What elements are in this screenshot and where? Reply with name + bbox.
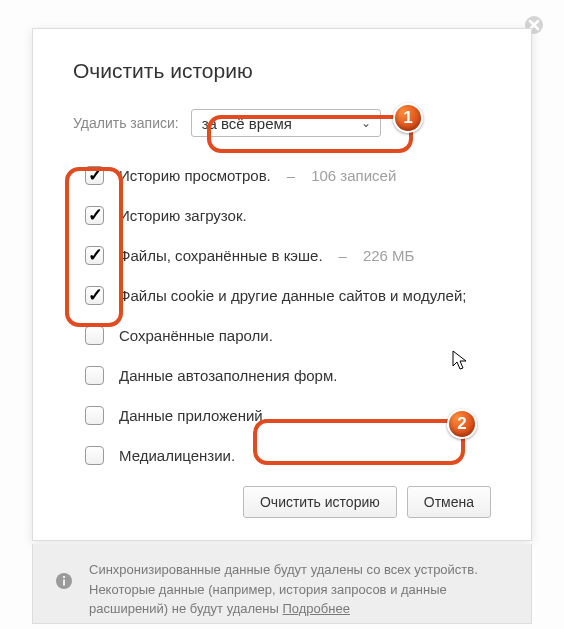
option-row[interactable]: Файлы cookie и другие данные сайтов и мо…	[81, 283, 491, 308]
option-checkbox[interactable]	[85, 406, 104, 425]
option-checkbox[interactable]	[85, 246, 104, 265]
dash: –	[339, 247, 347, 264]
dialog-title: Очистить историю	[73, 59, 491, 83]
option-checkbox[interactable]	[85, 326, 104, 345]
cancel-button[interactable]: Отмена	[407, 486, 491, 518]
option-row[interactable]: Файлы, сохранённые в кэше. – 226 МБ	[81, 243, 491, 268]
option-checkbox[interactable]	[85, 366, 104, 385]
option-sublabel: 106 записей	[311, 167, 396, 184]
footer-text-b: Некоторые данные (например, история запр…	[89, 582, 447, 617]
option-row[interactable]: Медиалицензии.	[81, 443, 491, 468]
option-sublabel: 226 МБ	[363, 247, 415, 264]
annotation-badge-1: 1	[393, 103, 423, 133]
option-label: Медиалицензии.	[119, 447, 235, 464]
clear-history-dialog: Очистить историю Удалить записи: за всё …	[32, 28, 532, 541]
option-row[interactable]: Историю просмотров. – 106 записей	[81, 163, 491, 188]
option-label: Файлы, сохранённые в кэше.	[119, 247, 323, 264]
option-row[interactable]: Сохранённые пароли.	[81, 323, 491, 348]
option-label: Данные автозаполнения форм.	[119, 367, 337, 384]
svg-rect-2	[63, 580, 65, 586]
info-icon	[55, 572, 73, 590]
option-row[interactable]: Данные автозаполнения форм.	[81, 363, 491, 388]
option-label: Сохранённые пароли.	[119, 327, 273, 344]
annotation-badge-2: 2	[447, 409, 477, 439]
option-checkbox[interactable]	[85, 446, 104, 465]
option-label: Историю загрузок.	[119, 207, 247, 224]
footer-text-a: Синхронизированные данные будут удалены …	[89, 562, 478, 577]
clear-history-button[interactable]: Очистить историю	[243, 486, 397, 518]
dash: –	[287, 167, 295, 184]
footer-note: Синхронизированные данные будут удалены …	[32, 544, 532, 624]
footer-more-link[interactable]: Подробнее	[283, 601, 350, 616]
clear-options-list: Историю просмотров. – 106 записейИсторию…	[81, 163, 491, 468]
time-range-label: Удалить записи:	[73, 115, 179, 131]
option-label: Историю просмотров.	[119, 167, 271, 184]
option-row[interactable]: Историю загрузок.	[81, 203, 491, 228]
option-checkbox[interactable]	[85, 206, 104, 225]
option-row[interactable]: Данные приложений.	[81, 403, 491, 428]
option-label: Файлы cookie и другие данные сайтов и мо…	[119, 287, 466, 304]
option-label: Данные приложений.	[119, 407, 267, 424]
svg-rect-3	[63, 576, 65, 578]
option-checkbox[interactable]	[85, 286, 104, 305]
time-range-row: Удалить записи: за всё время ⌄	[73, 109, 491, 137]
time-range-select[interactable]: за всё время	[191, 109, 381, 137]
option-checkbox[interactable]	[85, 166, 104, 185]
